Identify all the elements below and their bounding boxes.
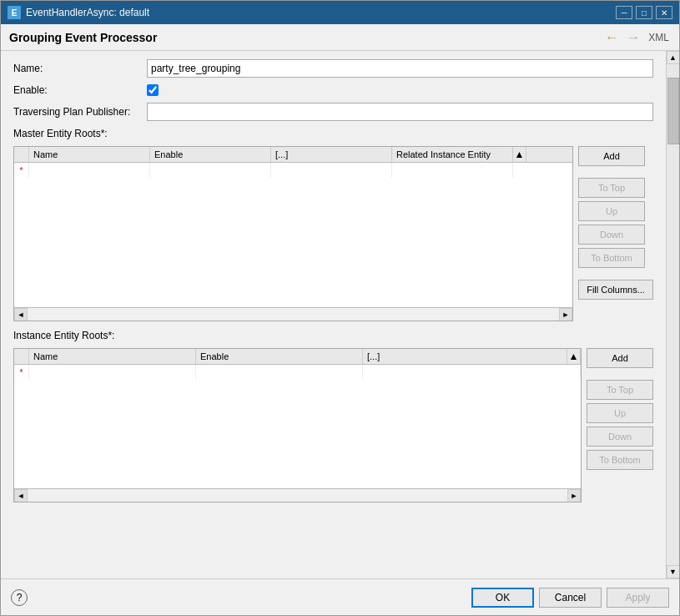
master-row-marker: *: [14, 163, 29, 178]
master-label-row: Master Entity Roots*:: [13, 128, 653, 143]
title-bar: E EventHandlerAsync: default ─ □ ✕: [1, 1, 679, 24]
master-td-enable[interactable]: [150, 163, 271, 178]
toolbar: Grouping Event Processor ← → XML: [1, 24, 679, 51]
minimize-button[interactable]: ─: [616, 6, 632, 19]
cancel-button[interactable]: Cancel: [539, 588, 602, 608]
instance-td-dots[interactable]: [363, 365, 581, 380]
instance-up-button[interactable]: Up: [587, 403, 653, 423]
name-field-row: Name:: [13, 59, 653, 78]
app-icon: E: [8, 6, 21, 19]
master-buttons: Add To Top Up Down To Bottom Fill Column…: [578, 146, 653, 321]
master-hscroll-track[interactable]: [28, 308, 559, 321]
master-to-bottom-button[interactable]: To Bottom: [578, 248, 645, 268]
instance-to-top-button[interactable]: To Top: [587, 380, 653, 400]
instance-table-inner: Name Enable [...] ▲ *: [14, 349, 581, 488]
bottom-bar: ? OK Cancel Apply: [1, 578, 679, 615]
instance-to-bottom-button[interactable]: To Bottom: [587, 450, 653, 470]
instance-add-button[interactable]: Add: [587, 348, 653, 368]
name-input[interactable]: [147, 59, 653, 78]
instance-hscroll-left[interactable]: ◄: [14, 489, 28, 502]
enable-field-row: Enable:: [13, 84, 653, 96]
instance-td-name[interactable]: [29, 365, 196, 380]
instance-col-name: Name: [29, 349, 196, 364]
instance-col-dots: [...]: [363, 349, 567, 364]
master-sort-arrow: ▲: [513, 147, 526, 162]
title-bar-controls: ─ □ ✕: [616, 6, 672, 19]
main-content: Name: Enable: Traversing Plan Publisher:…: [1, 51, 679, 578]
traversing-input[interactable]: [147, 103, 653, 121]
scroll-down-button[interactable]: ▼: [667, 565, 680, 578]
apply-button[interactable]: Apply: [607, 588, 669, 608]
instance-table-container: Name Enable [...] ▲ *: [13, 348, 582, 502]
enable-label: Enable:: [13, 84, 147, 96]
master-col-related: Related Instance Entity: [392, 147, 513, 162]
forward-button[interactable]: →: [625, 28, 642, 47]
main-scrollbar[interactable]: ▲ ▼: [666, 51, 679, 578]
master-section-label: Master Entity Roots*:: [13, 128, 108, 139]
instance-label-row: Instance Entity Roots*:: [13, 330, 653, 345]
maximize-button[interactable]: □: [636, 6, 652, 19]
master-table-header: Name Enable [...] Related Instance Entit…: [14, 147, 572, 163]
instance-table-header: Name Enable [...] ▲: [14, 349, 581, 365]
scroll-thumb[interactable]: [667, 78, 679, 144]
master-td-name[interactable]: [29, 163, 150, 178]
master-table-wrapper: Name Enable [...] Related Instance Entit…: [13, 146, 653, 321]
traversing-field-row: Traversing Plan Publisher:: [13, 103, 653, 121]
form-area: Name: Enable: Traversing Plan Publisher:…: [1, 51, 666, 578]
back-button[interactable]: ←: [603, 28, 620, 47]
instance-row-marker: *: [14, 365, 29, 380]
instance-col-enable: Enable: [196, 349, 363, 364]
traversing-label: Traversing Plan Publisher:: [13, 106, 147, 118]
master-td-related[interactable]: [392, 163, 513, 178]
master-add-button[interactable]: Add: [578, 146, 645, 166]
master-up-button[interactable]: Up: [578, 201, 645, 221]
instance-hscroll[interactable]: ◄ ►: [14, 488, 581, 502]
master-hscroll[interactable]: ◄ ►: [14, 307, 572, 321]
instance-td-enable[interactable]: [196, 365, 363, 380]
page-title: Grouping Event Processor: [9, 31, 157, 44]
master-table-container: Name Enable [...] Related Instance Entit…: [13, 146, 573, 321]
master-table-inner: Name Enable [...] Related Instance Entit…: [14, 147, 572, 307]
instance-hscroll-right[interactable]: ►: [567, 489, 581, 502]
window-title: EventHandlerAsync: default: [26, 7, 149, 18]
toolbar-right: ← → XML: [603, 28, 671, 47]
instance-sort-arrow: ▲: [567, 349, 581, 364]
master-col-name: Name: [29, 147, 150, 162]
master-col-enable: Enable: [150, 147, 271, 162]
main-window: E EventHandlerAsync: default ─ □ ✕ Group…: [0, 0, 680, 616]
instance-table-wrapper: Name Enable [...] ▲ *: [13, 348, 653, 502]
instance-table-row[interactable]: *: [14, 365, 581, 380]
close-button[interactable]: ✕: [656, 6, 672, 19]
instance-section-label: Instance Entity Roots*:: [13, 330, 114, 341]
master-hscroll-left[interactable]: ◄: [14, 308, 28, 321]
master-col-dots: [...]: [271, 147, 392, 162]
scroll-up-button[interactable]: ▲: [667, 51, 680, 64]
enable-checkbox[interactable]: [147, 84, 159, 96]
instance-down-button[interactable]: Down: [587, 427, 653, 447]
master-to-top-button[interactable]: To Top: [578, 178, 645, 198]
master-fill-columns-button[interactable]: Fill Columns...: [578, 280, 653, 300]
xml-button[interactable]: XML: [647, 30, 671, 45]
master-hscroll-right[interactable]: ►: [559, 308, 572, 321]
master-td-dots[interactable]: [271, 163, 392, 178]
help-button[interactable]: ?: [11, 589, 28, 606]
name-label: Name:: [13, 63, 147, 74]
title-bar-left: E EventHandlerAsync: default: [8, 6, 149, 19]
instance-buttons: Add To Top Up Down To Bottom: [587, 348, 653, 502]
master-down-button[interactable]: Down: [578, 225, 645, 245]
master-table-row[interactable]: *: [14, 163, 572, 178]
instance-hscroll-track[interactable]: [28, 489, 567, 502]
ok-button[interactable]: OK: [471, 588, 534, 608]
